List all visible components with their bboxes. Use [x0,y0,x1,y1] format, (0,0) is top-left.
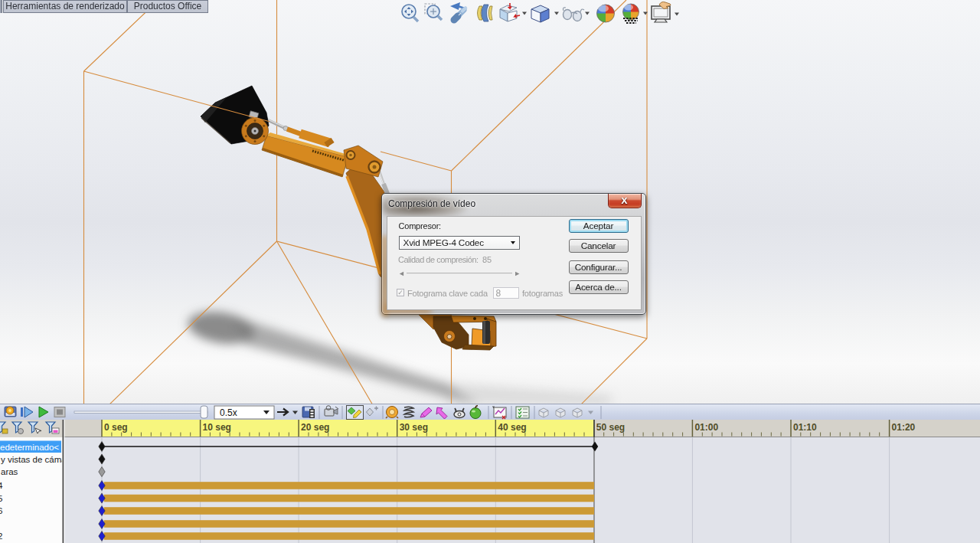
svg-text:6: 6 [0,506,2,515]
svg-text:50 seg: 50 seg [596,422,625,433]
svg-text:01:20: 01:20 [892,422,916,433]
svg-text:40 seg: 40 seg [498,422,526,433]
svg-text:01:00: 01:00 [694,422,718,433]
svg-text:01:10: 01:10 [793,422,817,433]
svg-text:0 seg: 0 seg [104,422,128,433]
svg-text:0.5x: 0.5x [220,407,237,418]
svg-text:edeterminado<: edeterminado< [0,443,59,452]
svg-text:2: 2 [0,532,2,541]
svg-text:4: 4 [0,481,3,490]
svg-text:5: 5 [0,494,2,503]
svg-text:aras: aras [1,467,18,476]
svg-text:20 seg: 20 seg [301,422,329,433]
svg-text:y vistas de cáma: y vistas de cáma [1,455,67,464]
svg-text:30 seg: 30 seg [400,422,428,433]
svg-text:10 seg: 10 seg [203,422,231,433]
